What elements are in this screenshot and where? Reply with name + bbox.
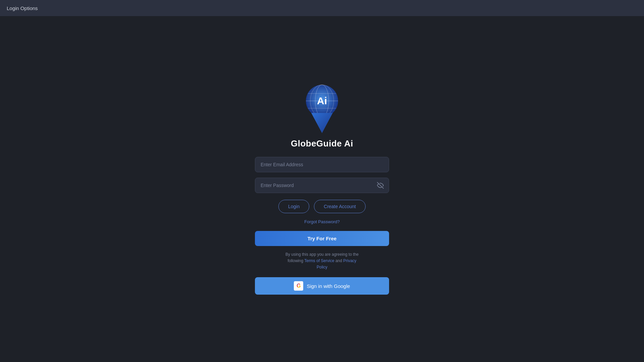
svg-text:Ai: Ai [317,95,327,106]
google-icon: G [294,281,303,291]
login-button[interactable]: Login [278,200,309,213]
google-signin-button[interactable]: G Sign in with Google [255,277,389,295]
auth-buttons-row: Login Create Account [255,200,389,213]
password-input[interactable] [255,178,389,193]
navbar-title: Login Options [7,5,38,11]
toggle-password-button[interactable] [376,181,385,190]
forgot-password-link[interactable]: Forgot Password? [304,219,340,224]
logo-container: Ai GlobeGuide Ai [291,83,353,149]
terms-of-service-link[interactable]: Terms of Service [304,258,334,263]
form-container: Login Create Account Forgot Password? Tr… [255,157,389,295]
create-account-button[interactable]: Create Account [314,200,366,213]
app-logo: Ai [302,83,342,134]
navbar: Login Options [0,0,644,16]
email-input[interactable] [255,157,389,172]
main-content: Ai GlobeGuide Ai Login Create Account Fo… [0,16,644,362]
terms-text: By using this app you are agreeing to th… [285,251,359,271]
password-wrapper [255,178,389,193]
svg-marker-6 [311,113,333,133]
try-free-button[interactable]: Try For Free [255,231,389,246]
google-signin-label: Sign in with Google [307,283,350,289]
app-title: GlobeGuide Ai [291,138,353,149]
terms-conjunction: and [334,258,343,263]
eye-off-icon [377,182,384,189]
